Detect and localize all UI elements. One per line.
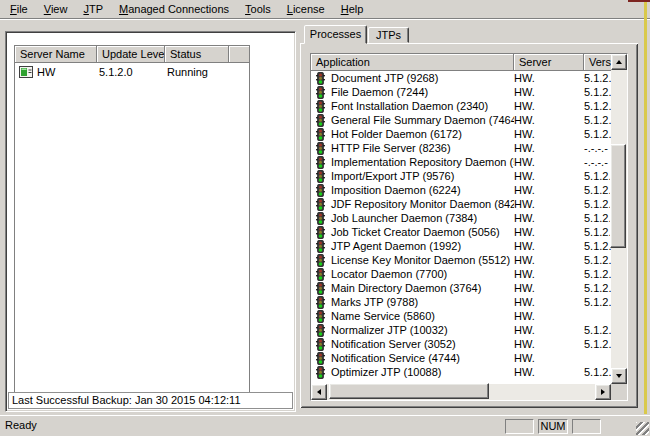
process-server: HW. [514,268,584,280]
process-row[interactable]: Marks JTP (9788) HW. 5.1.2. [311,295,611,309]
horizontal-scroll-track[interactable] [327,384,595,400]
process-name: Document JTP (9268) [331,72,438,84]
process-version: -.-.-.- [584,142,611,154]
process-row[interactable]: Import/Export JTP (9576) HW. 5.1.2. [311,169,611,183]
process-row[interactable]: Normalizer JTP (10032) HW. 5.1.2. [311,323,611,337]
process-version: 5.1.2. [584,72,611,84]
process-row[interactable]: Hot Folder Daemon (6172) HW. 5.1.2. [311,127,611,141]
scroll-left-button[interactable] [311,384,327,400]
scroll-up-button[interactable] [611,54,627,70]
process-server: HW. [514,240,584,252]
traffic-light-icon [315,156,326,169]
process-name: License Key Monitor Daemon (5512) [331,254,510,266]
process-server: HW. [514,198,584,210]
scroll-down-button[interactable] [611,368,627,384]
menu-item[interactable]: Managed Connections [111,1,237,17]
column-header-update-level[interactable]: Update Level [97,46,165,63]
process-name: Hot Folder Daemon (6172) [331,128,462,140]
process-name: General File Summary Daemon (7464) [331,114,514,126]
process-name: Font Installation Daemon (2340) [331,100,488,112]
process-row[interactable]: Imposition Daemon (6224) HW. 5.1.2. [311,183,611,197]
process-server: HW. [514,142,584,154]
process-row[interactable]: License Key Monitor Daemon (5512) HW. 5.… [311,253,611,267]
process-name: Normalizer JTP (10032) [331,324,448,336]
background-window-edge [644,0,647,414]
process-name: JDF Repository Monitor Daemon (8424) [331,198,514,210]
process-row[interactable]: Main Directory Daemon (3764) HW. 5.1.2. [311,281,611,295]
vertical-scrollbar[interactable] [611,54,627,384]
process-name: Optimizer JTP (10088) [331,366,441,378]
process-version: 5.1.2. [584,324,611,336]
traffic-light-icon [315,86,326,99]
menu-item[interactable]: Help [333,1,372,17]
process-row[interactable]: Locator Daemon (7700) HW. 5.1.2. [311,267,611,281]
traffic-light-icon [315,184,326,197]
traffic-light-icon [315,170,326,183]
right-arrow-icon [601,389,605,395]
last-backup-field: Last Successful Backup: Jan 30 2015 04:1… [8,392,293,409]
process-row[interactable]: Implementation Repository Daemon (5848) … [311,155,611,169]
process-server: HW. [514,352,584,364]
horizontal-scrollbar[interactable] [311,384,611,400]
process-server: HW. [514,254,584,266]
traffic-light-icon [315,100,326,113]
process-name: Locator Daemon (7700) [331,268,447,280]
tab-jtps[interactable]: JTPs [368,27,409,43]
process-name: Notification Service (4744) [331,352,460,364]
process-server: HW. [514,366,584,378]
process-row[interactable]: JTP Agent Daemon (1992) HW. 5.1.2. [311,239,611,253]
process-row[interactable]: Document JTP (9268) HW. 5.1.2. [311,71,611,85]
server-row[interactable]: HW 5.1.2.0 Running [15,63,249,80]
column-header-server[interactable]: Server [514,54,584,71]
process-server: HW. [514,282,584,294]
server-name: HW [37,66,55,78]
menu-item[interactable]: License [279,1,333,17]
resize-grip-icon[interactable] [636,422,649,435]
process-row[interactable]: General File Summary Daemon (7464) HW. 5… [311,113,611,127]
traffic-light-icon [315,240,326,253]
column-header-server-name[interactable]: Server Name [15,46,97,63]
traffic-light-icon [315,142,326,155]
vertical-scroll-track[interactable] [611,70,627,368]
status-cell-empty-1 [505,419,534,434]
process-server: HW. [514,114,584,126]
left-arrow-icon [317,389,321,395]
up-arrow-icon [616,60,622,64]
tab-processes[interactable]: Processes [304,25,367,44]
process-name: Main Directory Daemon (3764) [331,282,481,294]
traffic-light-icon [315,128,326,141]
column-header-application[interactable]: Application [311,54,514,71]
process-row[interactable]: Font Installation Daemon (2340) HW. 5.1.… [311,99,611,113]
process-row[interactable]: HTTP File Server (8236) HW. -.-.-.- [311,141,611,155]
process-row[interactable]: Name Service (5860) HW. [311,309,611,323]
column-header-status[interactable]: Status [165,46,229,63]
process-server: HW. [514,170,584,182]
vertical-scroll-thumb[interactable] [610,144,626,248]
process-server: HW. [514,156,584,168]
traffic-light-icon [315,198,326,211]
process-row[interactable]: Notification Server (3052) HW. 5.1.2. [311,337,611,351]
horizontal-scroll-thumb[interactable] [329,383,489,399]
menu-item[interactable]: File [2,1,36,17]
process-server: HW. [514,86,584,98]
menu-item[interactable]: Tools [237,1,279,17]
process-row[interactable]: Notification Service (4744) HW. [311,351,611,365]
process-server: HW. [514,128,584,140]
process-row[interactable]: Job Ticket Creator Daemon (5056) HW. 5.1… [311,225,611,239]
traffic-light-icon [315,296,326,309]
process-row[interactable]: Optimizer JTP (10088) HW. 5.1.2. [311,365,611,379]
process-row[interactable]: File Daemon (7244) HW. 5.1.2. [311,85,611,99]
process-name: JTP Agent Daemon (1992) [331,240,461,252]
process-name: Job Launcher Daemon (7384) [331,212,477,224]
process-row[interactable]: Job Launcher Daemon (7384) HW. 5.1.2. [311,211,611,225]
menu-item[interactable]: View [36,1,76,17]
scroll-right-button[interactable] [595,384,611,400]
menu-item[interactable]: JTP [75,1,111,17]
background-window-sliver [628,0,650,2]
process-server: HW. [514,72,584,84]
process-server: HW. [514,212,584,224]
column-header-version[interactable]: Version [584,54,611,71]
process-row[interactable]: JDF Repository Monitor Daemon (8424) HW.… [311,197,611,211]
traffic-light-icon [315,324,326,337]
status-cell-num: NUM [538,419,568,434]
